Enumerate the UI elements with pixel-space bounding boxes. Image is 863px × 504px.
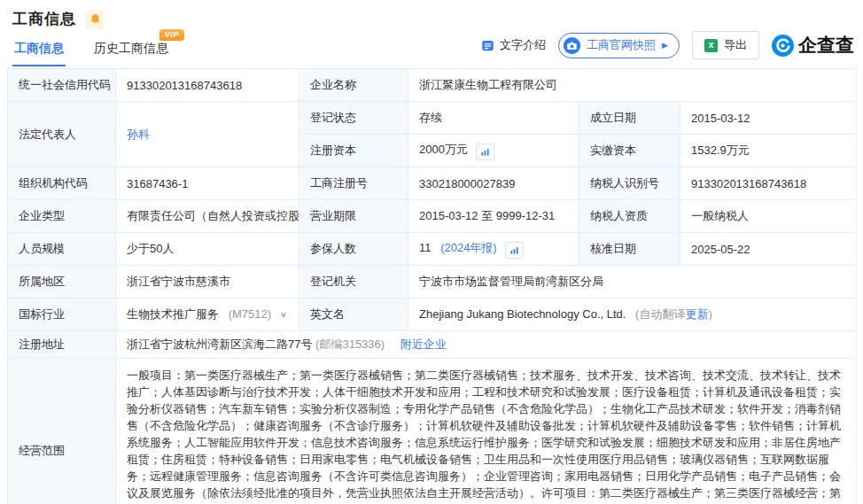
established-label: 成立日期 (579, 102, 680, 135)
english-name-label: 英文名 (299, 299, 408, 331)
chevron-down-icon[interactable]: ∨ (280, 310, 287, 319)
panel-header: 工商信息 (0, 0, 863, 29)
legal-rep-label: 法定代表人 (8, 102, 116, 167)
annual-report-link[interactable]: (2024年报) (440, 241, 497, 254)
export-label: 导出 (724, 37, 747, 53)
row-industry: 国标行业 生物技术推广服务 (M7512) ∨ 英文名 Zhejiang Juk… (8, 299, 857, 331)
row-company-type: 企业类型 有限责任公司（自然人投资或控股） 营业期限 2015-03-12 至 … (8, 200, 857, 233)
english-name-value: Zhejiang Jukang Biotechnology Co., Ltd. (419, 307, 626, 321)
reg-number-label: 工商注册号 (299, 167, 408, 200)
industry-label: 国标行业 (8, 299, 116, 331)
reg-authority-label: 登记机关 (299, 266, 408, 299)
business-term-value: 2015-03-12 至 9999-12-31 (408, 200, 579, 233)
excel-icon: x (704, 39, 718, 52)
export-button[interactable]: x 导出 (692, 31, 759, 59)
nearby-companies-link[interactable]: 附近企业 (400, 337, 447, 351)
reg-address-zip: (邮编315336) (315, 337, 385, 351)
org-code-value: 31687436-1 (116, 167, 299, 200)
reg-address-cell: 浙江省宁波杭州湾新区滨海二路77号 (邮编315336) 附近企业 (116, 331, 857, 359)
reg-capital-chart-icon[interactable] (476, 143, 494, 160)
scope-value: 一般项目：第一类医疗器械生产；第一类医疗器械销售；第二类医疗器械销售；技术服务、… (116, 359, 857, 504)
text-intro-button[interactable]: 文字介绍 (481, 37, 546, 53)
insured-value: 11 (419, 241, 432, 254)
reg-authority-value: 宁波市市场监督管理局前湾新区分局 (408, 266, 857, 299)
paid-capital-label: 实缴资本 (579, 135, 680, 167)
brand-name: 企查查 (798, 33, 854, 58)
reg-address-value: 浙江省宁波杭州湾新区滨海二路77号 (127, 337, 312, 351)
row-credit-code: 统一社会信用代码 913302013168743618 企业名称 浙江聚康生物工… (8, 69, 857, 102)
reg-status-label: 登记状态 (299, 102, 408, 135)
tabs: 工商信息 历史工商信息 VIP (12, 35, 170, 66)
camera-snapshot-icon (563, 36, 581, 55)
brand-logo: 企查查 (772, 33, 854, 58)
taxpayer-qual-label: 纳税人资质 (579, 200, 680, 233)
taxpayer-id-label: 纳税人识别号 (579, 167, 680, 200)
row-scope: 经营范围 一般项目：第一类医疗器械生产；第一类医疗器械销售；第二类医疗器械销售；… (8, 359, 857, 504)
tab-business-info[interactable]: 工商信息 (12, 35, 66, 66)
row-address: 注册地址 浙江省宁波杭州湾新区滨海二路77号 (邮编315336) 附近企业 (8, 331, 857, 359)
toolbar: 文字介绍 工商官网快照 ▶ x 导出 企查查 (481, 31, 854, 66)
vip-badge: VIP (159, 29, 184, 41)
official-snapshot-label: 工商官网快照 (587, 37, 656, 53)
reg-address-label: 注册地址 (8, 331, 116, 359)
company-name-label: 企业名称 (299, 69, 408, 102)
row-legal-rep-status: 法定代表人 孙科 登记状态 存续 成立日期 2015-03-12 (8, 102, 857, 135)
region-value: 浙江省宁波市慈溪市 (116, 266, 299, 299)
org-code-label: 组织机构代码 (8, 167, 116, 200)
reg-capital-cell: 2000万元 (408, 135, 579, 167)
staff-size-label: 人员规模 (8, 233, 116, 266)
reg-capital-value: 2000万元 (419, 143, 468, 156)
company-type-value: 有限责任公司（自然人投资或控股） (116, 200, 299, 233)
scope-label: 经营范围 (8, 359, 116, 504)
row-region: 所属地区 浙江省宁波市慈溪市 登记机关 宁波市市场监督管理局前湾新区分局 (8, 266, 857, 299)
auto-translate-note: (自动翻译更新) (635, 307, 712, 321)
company-name-value: 浙江聚康生物工程有限公司 (408, 69, 857, 102)
business-term-label: 营业期限 (299, 200, 408, 233)
company-type-label: 企业类型 (8, 200, 116, 233)
taxpayer-qual-value: 一般纳税人 (680, 200, 857, 233)
english-name-cell: Zhejiang Jukang Biotechnology Co., Ltd. … (408, 299, 857, 331)
tab-history-label: 历史工商信息 (94, 41, 168, 55)
region-label: 所属地区 (8, 266, 116, 299)
document-icon (481, 39, 494, 52)
page-title: 工商信息 (12, 9, 76, 29)
insured-label: 参保人数 (299, 233, 408, 266)
insured-chart-icon[interactable] (505, 242, 524, 259)
credit-code-value: 913302013168743618 (116, 69, 299, 102)
approval-date-label: 核准日期 (579, 233, 680, 266)
official-snapshot-button[interactable]: 工商官网快照 ▶ (558, 33, 680, 58)
business-info-table: 统一社会信用代码 913302013168743618 企业名称 浙江聚康生物工… (7, 68, 857, 504)
credit-code-label: 统一社会信用代码 (8, 69, 116, 102)
legal-rep-link[interactable]: 孙科 (127, 128, 150, 141)
industry-cell: 生物技术推广服务 (M7512) ∨ (116, 299, 299, 331)
legal-rep-cell: 孙科 (116, 102, 299, 167)
staff-size-value: 少于50人 (116, 233, 299, 266)
reg-number-value: 330218000027839 (408, 167, 579, 200)
translate-update-link[interactable]: 更新 (685, 307, 708, 321)
paid-capital-value: 1532.9万元 (680, 135, 857, 167)
industry-code: (M7512) (229, 307, 271, 321)
industry-value: 生物技术推广服务 (127, 307, 219, 321)
reg-capital-label: 注册资本 (299, 135, 408, 167)
play-arrow-icon: ▶ (662, 41, 668, 50)
bell-icon[interactable] (85, 10, 105, 29)
tab-bar: 工商信息 历史工商信息 VIP 文字介绍 工商官网快照 ▶ x 导出 企 (0, 29, 863, 66)
established-value: 2015-03-12 (680, 102, 857, 135)
approval-date-value: 2025-05-22 (680, 233, 857, 266)
qichacha-logo-icon (772, 35, 794, 57)
taxpayer-id-value: 913302013168743618 (680, 167, 857, 200)
reg-status-value: 存续 (408, 102, 579, 135)
row-org-code: 组织机构代码 31687436-1 工商注册号 330218000027839 … (8, 167, 857, 200)
row-staff: 人员规模 少于50人 参保人数 11 (2024年报) 核准日期 2025-05… (8, 233, 857, 266)
business-info-panel: 工商信息 工商信息 历史工商信息 VIP 文字介绍 工商官网快照 ▶ x (0, 0, 863, 504)
text-intro-label: 文字介绍 (500, 37, 546, 53)
tab-history-business-info[interactable]: 历史工商信息 VIP (92, 35, 170, 66)
insured-cell: 11 (2024年报) (408, 233, 579, 266)
